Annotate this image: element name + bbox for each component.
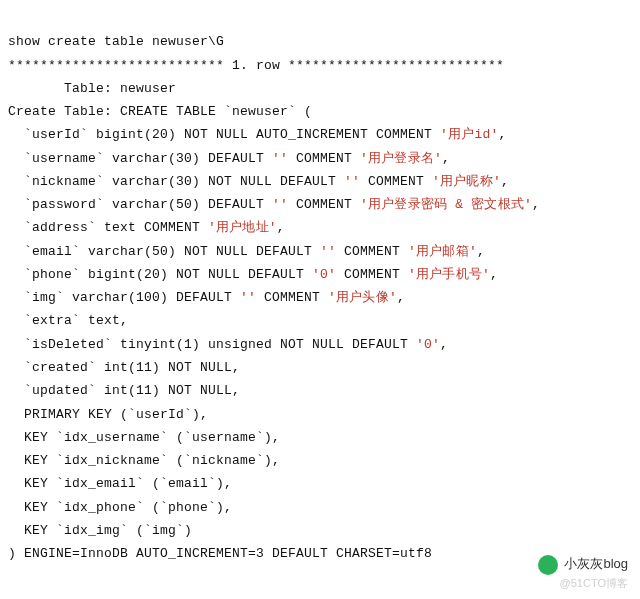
code-line: `extra` text, xyxy=(8,313,128,328)
string-literal: '' xyxy=(320,244,336,259)
string-literal: '用户邮箱' xyxy=(408,244,477,259)
code-seg: `phone` bigint(20) NOT NULL DEFAULT xyxy=(8,267,312,282)
code-line: show create table newuser\G xyxy=(8,34,224,49)
code-line: KEY `idx_nickname` (`nickname`), xyxy=(8,453,280,468)
code-line: `email` varchar(50) NOT NULL DEFAULT '' … xyxy=(8,244,485,259)
string-literal: '用户登录名' xyxy=(360,151,442,166)
code-seg: COMMENT xyxy=(288,151,360,166)
code-seg: COMMENT xyxy=(336,244,408,259)
code-line: Create Table: CREATE TABLE `newuser` ( xyxy=(8,104,312,119)
code-line: *************************** 1. row *****… xyxy=(8,58,504,73)
code-seg: `nickname` varchar(30) NOT NULL DEFAULT xyxy=(8,174,344,189)
string-literal: '' xyxy=(272,151,288,166)
code-seg: , xyxy=(442,151,450,166)
code-line: `created` int(11) NOT NULL, xyxy=(8,360,240,375)
code-line: `isDeleted` tinyint(1) unsigned NOT NULL… xyxy=(8,337,448,352)
code-seg: , xyxy=(477,244,485,259)
code-line: `updated` int(11) NOT NULL, xyxy=(8,383,240,398)
code-seg: `isDeleted` tinyint(1) unsigned NOT NULL… xyxy=(8,337,416,352)
code-line: `nickname` varchar(30) NOT NULL DEFAULT … xyxy=(8,174,509,189)
code-seg: , xyxy=(501,174,509,189)
string-literal: '用户地址' xyxy=(208,220,277,235)
string-literal: '' xyxy=(272,197,288,212)
code-line: `img` varchar(100) DEFAULT '' COMMENT '用… xyxy=(8,290,405,305)
code-line: PRIMARY KEY (`userId`), xyxy=(8,407,208,422)
code-seg: `address` text COMMENT xyxy=(8,220,208,235)
code-line: ) ENGINE=InnoDB AUTO_INCREMENT=3 DEFAULT… xyxy=(8,546,432,561)
code-seg: `username` varchar(30) DEFAULT xyxy=(8,151,272,166)
code-line: `password` varchar(50) DEFAULT '' COMMEN… xyxy=(8,197,540,212)
string-literal: '0' xyxy=(312,267,336,282)
string-literal: '用户头像' xyxy=(328,290,397,305)
code-seg: `userId` bigint(20) NOT NULL AUTO_INCREM… xyxy=(8,127,440,142)
code-seg: , xyxy=(532,197,540,212)
wechat-icon xyxy=(538,555,558,575)
code-line: `username` varchar(30) DEFAULT '' COMMEN… xyxy=(8,151,450,166)
code-seg: COMMENT xyxy=(288,197,360,212)
code-seg: , xyxy=(277,220,285,235)
watermark: 小灰灰blog @51CTO博客 xyxy=(538,555,628,591)
code-seg: `img` varchar(100) DEFAULT xyxy=(8,290,240,305)
code-seg: , xyxy=(397,290,405,305)
code-seg: `email` varchar(50) NOT NULL DEFAULT xyxy=(8,244,320,259)
code-seg: , xyxy=(498,127,506,142)
code-line: `phone` bigint(20) NOT NULL DEFAULT '0' … xyxy=(8,267,498,282)
code-line: Table: newuser xyxy=(8,81,176,96)
string-literal: '0' xyxy=(416,337,440,352)
watermark-line1: 小灰灰blog xyxy=(538,555,628,575)
string-literal: '' xyxy=(344,174,360,189)
code-line: KEY `idx_phone` (`phone`), xyxy=(8,500,232,515)
code-line: KEY `idx_img` (`img`) xyxy=(8,523,192,538)
string-literal: '用户昵称' xyxy=(432,174,501,189)
code-seg: COMMENT xyxy=(336,267,408,282)
string-literal: '' xyxy=(240,290,256,305)
code-line: KEY `idx_email` (`email`), xyxy=(8,476,232,491)
code-seg: COMMENT xyxy=(360,174,432,189)
code-seg: , xyxy=(440,337,448,352)
watermark-text1: 小灰灰blog xyxy=(564,557,628,572)
code-seg: `password` varchar(50) DEFAULT xyxy=(8,197,272,212)
code-seg: , xyxy=(490,267,498,282)
string-literal: '用户id' xyxy=(440,127,498,142)
code-seg: COMMENT xyxy=(256,290,328,305)
code-line: `userId` bigint(20) NOT NULL AUTO_INCREM… xyxy=(8,127,507,142)
sql-output: show create table newuser\G ************… xyxy=(0,0,640,573)
string-literal: '用户登录密码 & 密文根式' xyxy=(360,197,532,212)
string-literal: '用户手机号' xyxy=(408,267,490,282)
watermark-line2: @51CTO博客 xyxy=(538,577,628,591)
code-line: KEY `idx_username` (`username`), xyxy=(8,430,280,445)
code-line: `address` text COMMENT '用户地址', xyxy=(8,220,285,235)
